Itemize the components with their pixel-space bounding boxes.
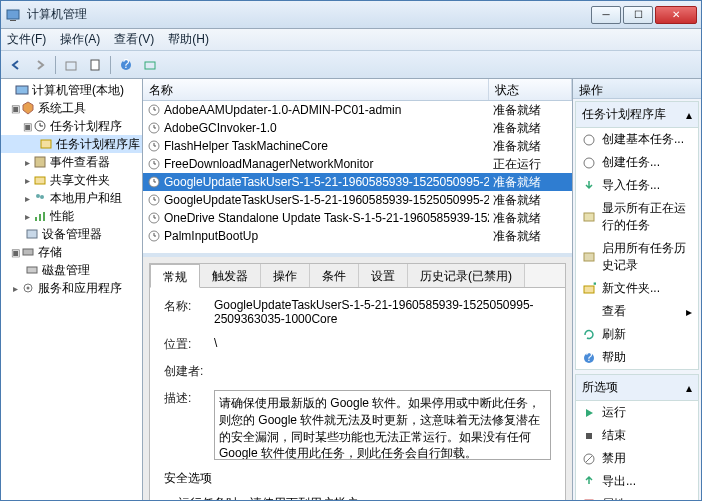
svg-rect-10 bbox=[35, 157, 45, 167]
svg-point-30 bbox=[584, 135, 594, 145]
task-row[interactable]: GoogleUpdateTaskUserS-1-5-21-1960585939-… bbox=[143, 173, 572, 191]
svg-rect-7 bbox=[16, 86, 28, 94]
task-row[interactable]: FlashHelper TaskMachineCore准备就绪 bbox=[143, 137, 572, 155]
tree-diskmgr[interactable]: 磁盘管理 bbox=[1, 261, 142, 279]
task-row[interactable]: PalmInputBootUp准备就绪 bbox=[143, 227, 572, 245]
action-run[interactable]: 运行 bbox=[576, 401, 698, 424]
action-create-basic[interactable]: 创建基本任务... bbox=[576, 128, 698, 151]
tree-shared[interactable]: ▸共享文件夹 bbox=[1, 171, 142, 189]
menu-file[interactable]: 文件(F) bbox=[7, 31, 46, 48]
action-properties[interactable]: 属性 bbox=[576, 493, 698, 500]
location-label: 位置: bbox=[164, 336, 214, 353]
svg-rect-0 bbox=[7, 10, 19, 19]
actions-group-library[interactable]: 任务计划程序库▴ bbox=[576, 102, 698, 128]
action-enable-history[interactable]: 启用所有任务历史记录 bbox=[576, 237, 698, 277]
collapse-icon[interactable]: ▴ bbox=[686, 381, 692, 395]
maximize-button[interactable]: ☐ bbox=[623, 6, 653, 24]
location-value: \ bbox=[214, 336, 551, 353]
author-label: 创建者: bbox=[164, 363, 214, 380]
col-status[interactable]: 状态 bbox=[489, 79, 572, 100]
svg-rect-16 bbox=[43, 212, 45, 221]
actions-pane: 操作 任务计划程序库▴ 创建基本任务... 创建任务... 导入任务... 显示… bbox=[573, 79, 701, 500]
tree-users[interactable]: ▸本地用户和组 bbox=[1, 189, 142, 207]
action-new-folder[interactable]: ✚新文件夹... bbox=[576, 277, 698, 300]
task-list-header: 名称 状态 bbox=[143, 79, 572, 101]
action-create-task[interactable]: 创建任务... bbox=[576, 151, 698, 174]
tree-eventvwr[interactable]: ▸事件查看器 bbox=[1, 153, 142, 171]
tree-devmgr[interactable]: 设备管理器 bbox=[1, 225, 142, 243]
details-pane: 常规 触发器 操作 条件 设置 历史记录(已禁用) 名称:GoogleUpdat… bbox=[143, 257, 572, 500]
action-show-running[interactable]: 显示所有正在运行的任务 bbox=[576, 197, 698, 237]
tree-perf[interactable]: ▸性能 bbox=[1, 207, 142, 225]
task-row[interactable]: AdobeAAMUpdater-1.0-ADMIN-PC01-admin准备就绪 bbox=[143, 101, 572, 119]
titlebar[interactable]: 计算机管理 ─ ☐ ✕ bbox=[1, 1, 701, 29]
task-row[interactable]: GoogleUpdateTaskUserS-1-5-21-1960585939-… bbox=[143, 191, 572, 209]
task-row[interactable]: OneDrive Standalone Update Task-S-1-5-21… bbox=[143, 209, 572, 227]
tree-systools[interactable]: ▣系统工具 bbox=[1, 99, 142, 117]
svg-line-40 bbox=[586, 456, 592, 462]
svg-rect-33 bbox=[584, 253, 594, 261]
tree-services[interactable]: ▸服务和应用程序 bbox=[1, 279, 142, 297]
task-row[interactable]: AdobeGCInvoker-1.0准备就绪 bbox=[143, 119, 572, 137]
close-button[interactable]: ✕ bbox=[655, 6, 697, 24]
task-list[interactable]: AdobeAAMUpdater-1.0-ADMIN-PC01-admin准备就绪… bbox=[143, 101, 572, 253]
menubar: 文件(F) 操作(A) 查看(V) 帮助(H) bbox=[1, 29, 701, 51]
svg-text:?: ? bbox=[586, 351, 593, 364]
tab-actions[interactable]: 操作 bbox=[261, 264, 310, 287]
back-button[interactable] bbox=[5, 54, 27, 76]
collapse-icon[interactable]: ▴ bbox=[686, 108, 692, 122]
help-icon[interactable]: ? bbox=[115, 54, 137, 76]
col-name[interactable]: 名称 bbox=[143, 79, 489, 100]
task-row[interactable]: FreeDownloadManagerNetworkMonitor正在运行 bbox=[143, 155, 572, 173]
tree-scheduler[interactable]: ▣任务计划程序 bbox=[1, 117, 142, 135]
actions-header: 操作 bbox=[573, 79, 701, 99]
properties-icon[interactable] bbox=[84, 54, 106, 76]
menu-view[interactable]: 查看(V) bbox=[114, 31, 154, 48]
action-help[interactable]: ?帮助 bbox=[576, 346, 698, 369]
window-title: 计算机管理 bbox=[27, 6, 591, 23]
tree-schedlib[interactable]: 任务计划程序库 bbox=[1, 135, 142, 153]
action-import[interactable]: 导入任务... bbox=[576, 174, 698, 197]
action-disable[interactable]: 禁用 bbox=[576, 447, 698, 470]
tab-settings[interactable]: 设置 bbox=[359, 264, 408, 287]
svg-text:?: ? bbox=[123, 58, 130, 71]
menu-action[interactable]: 操作(A) bbox=[60, 31, 100, 48]
svg-rect-18 bbox=[23, 249, 33, 255]
runas-label: 运行任务时，请使用下列用户帐户: bbox=[178, 495, 551, 500]
action-view[interactable]: 查看▸ bbox=[576, 300, 698, 323]
tree-root[interactable]: 计算机管理(本地) bbox=[1, 81, 142, 99]
svg-rect-38 bbox=[586, 433, 592, 439]
action-end[interactable]: 结束 bbox=[576, 424, 698, 447]
desc-value[interactable]: 请确保使用最新版的 Google 软件。如果停用或中断此任务，则您的 Googl… bbox=[214, 390, 551, 460]
svg-rect-1 bbox=[10, 20, 16, 21]
actions-group-selected[interactable]: 所选项▴ bbox=[576, 375, 698, 401]
name-label: 名称: bbox=[164, 298, 214, 326]
svg-rect-32 bbox=[584, 213, 594, 221]
svg-rect-14 bbox=[35, 217, 37, 221]
chevron-right-icon: ▸ bbox=[686, 305, 692, 319]
svg-rect-9 bbox=[41, 140, 51, 148]
refresh-icon[interactable] bbox=[139, 54, 161, 76]
tab-history[interactable]: 历史记录(已禁用) bbox=[408, 264, 525, 287]
svg-rect-15 bbox=[39, 214, 41, 221]
minimize-button[interactable]: ─ bbox=[591, 6, 621, 24]
svg-rect-17 bbox=[27, 230, 37, 238]
app-icon bbox=[5, 7, 21, 23]
desc-label: 描述: bbox=[164, 390, 214, 460]
svg-rect-6 bbox=[145, 62, 155, 69]
nav-tree[interactable]: 计算机管理(本地) ▣系统工具 ▣任务计划程序 任务计划程序库 ▸事件查看器 ▸… bbox=[1, 79, 143, 500]
action-export[interactable]: 导出... bbox=[576, 470, 698, 493]
tab-general[interactable]: 常规 bbox=[150, 264, 200, 288]
app-window: 计算机管理 ─ ☐ ✕ 文件(F) 操作(A) 查看(V) 帮助(H) ? 计算… bbox=[0, 0, 702, 501]
tab-conditions[interactable]: 条件 bbox=[310, 264, 359, 287]
name-value: GoogleUpdateTaskUserS-1-5-21-1960585939-… bbox=[214, 298, 551, 326]
svg-rect-3 bbox=[91, 60, 99, 70]
svg-point-13 bbox=[40, 195, 44, 199]
svg-rect-19 bbox=[27, 267, 37, 273]
menu-help[interactable]: 帮助(H) bbox=[168, 31, 209, 48]
tree-storage[interactable]: ▣存储 bbox=[1, 243, 142, 261]
forward-button[interactable] bbox=[29, 54, 51, 76]
action-refresh[interactable]: 刷新 bbox=[576, 323, 698, 346]
tab-triggers[interactable]: 触发器 bbox=[200, 264, 261, 287]
up-button[interactable] bbox=[60, 54, 82, 76]
